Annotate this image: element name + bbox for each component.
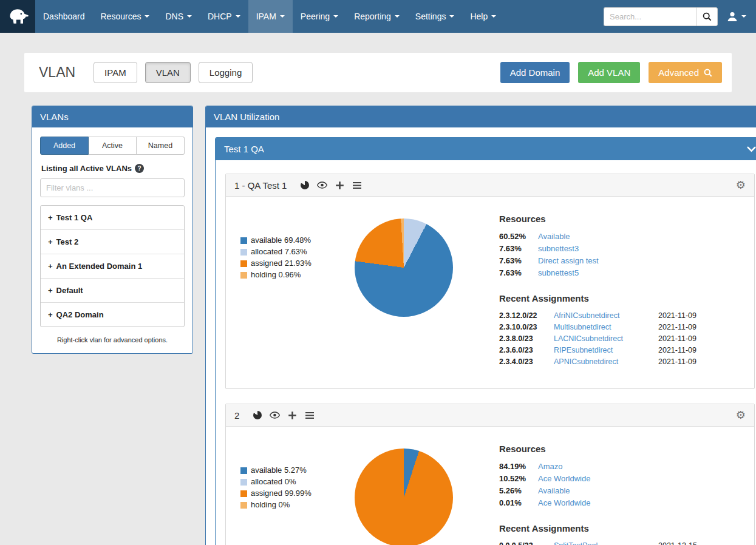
vlan-list-item-extended-domain-1[interactable]: +An Extended Domain 1 <box>41 254 184 279</box>
section-title: 2 <box>234 410 239 421</box>
menu-icon[interactable] <box>352 181 362 189</box>
nav-help[interactable]: Help <box>462 0 504 33</box>
resources-heading: Resources <box>499 444 742 454</box>
nav-label: Dashboard <box>43 0 85 33</box>
tab-vlan[interactable]: VLAN <box>145 62 191 83</box>
nav-dashboard[interactable]: Dashboard <box>35 0 93 33</box>
caret-down-icon <box>280 15 285 18</box>
chevron-down-icon[interactable] <box>747 146 756 152</box>
resource-row: 60.52%Available <box>499 232 742 241</box>
legend-item-assigned: assigned 21.93% <box>240 259 355 268</box>
caret-down-icon <box>333 15 338 18</box>
section-header: 2 ⚙ <box>226 404 754 427</box>
toggle-named[interactable]: Named <box>137 137 185 155</box>
nav-label: Reporting <box>354 0 391 33</box>
resource-percent: 7.63% <box>499 268 538 277</box>
vlan-utilization-header: VLAN Utilization <box>206 106 756 127</box>
section-title: 1 - QA Test 1 <box>234 180 287 191</box>
assignment-date: 2021-11-09 <box>658 311 707 320</box>
vlan-name: Test 2 <box>56 237 79 246</box>
caret-down-icon <box>145 15 149 18</box>
nav-ipam[interactable]: IPAM <box>248 0 293 33</box>
assignment-date: 2021-11-09 <box>658 357 707 366</box>
legend-item-allocated: allocated 0% <box>240 477 355 487</box>
caret-down-icon <box>741 15 746 18</box>
assignment-link[interactable]: SplitTestPool <box>554 541 598 545</box>
domain-title: Test 1 QA <box>224 144 264 154</box>
toggle-added[interactable]: Added <box>40 137 89 155</box>
advanced-button[interactable]: Advanced <box>649 62 722 83</box>
resource-link[interactable]: Available <box>538 232 570 241</box>
resource-percent: 60.52% <box>499 232 538 241</box>
vlan-section-2: 2 ⚙ available 5.27% allocated 0% assi <box>225 404 755 545</box>
menu-icon[interactable] <box>305 411 315 419</box>
pie-chart-icon[interactable] <box>253 411 262 419</box>
assignment-link[interactable]: RIPEsubnetdirect <box>554 346 613 354</box>
resource-link[interactable]: Direct assign test <box>538 256 599 265</box>
resource-link[interactable]: Ace Worldwide <box>538 498 590 507</box>
nav-dhcp[interactable]: DHCP <box>200 0 248 33</box>
resource-percent: 84.19% <box>499 462 538 471</box>
add-domain-button[interactable]: Add Domain <box>500 62 570 83</box>
search-input[interactable] <box>604 7 696 26</box>
vlan-list-item-default[interactable]: +Default <box>41 279 184 303</box>
vlan-list-item-qa2-domain[interactable]: +QA2 Domain <box>41 303 184 327</box>
nav-dns[interactable]: DNS <box>157 0 200 33</box>
nav-settings[interactable]: Settings <box>407 0 463 33</box>
assignment-link[interactable]: AfriNICsubnetdirect <box>554 311 619 320</box>
resource-percent: 7.63% <box>499 256 538 265</box>
vlan-list-item-test2[interactable]: +Test 2 <box>41 230 184 254</box>
help-icon[interactable]: ? <box>135 164 144 173</box>
nav-reporting[interactable]: Reporting <box>346 0 407 33</box>
nav-resources[interactable]: Resources <box>93 0 158 33</box>
nav-label: IPAM <box>256 0 276 33</box>
vlan-filter-input[interactable] <box>40 178 185 197</box>
expand-icon: + <box>48 286 53 295</box>
add-vlan-button[interactable]: Add VLAN <box>578 62 640 83</box>
assignment-link[interactable]: APNICsubnetdirect <box>554 357 618 366</box>
legend-swatch <box>240 237 247 244</box>
tab-logging[interactable]: Logging <box>199 62 253 83</box>
gear-icon[interactable]: ⚙ <box>736 410 746 421</box>
resource-row: 7.63%Direct assign test <box>499 256 742 265</box>
elephant-icon <box>5 4 30 29</box>
listing-text: Listing all Active VLANs <box>41 164 132 173</box>
assignment-link[interactable]: LACNICsubnetdirect <box>554 334 623 343</box>
expand-icon: + <box>48 237 53 246</box>
user-menu[interactable] <box>718 0 756 33</box>
legend-swatch <box>240 502 247 509</box>
nav-peering[interactable]: Peering <box>293 0 346 33</box>
resource-link[interactable]: Ace Worldwide <box>538 474 590 483</box>
eye-icon[interactable] <box>317 181 327 189</box>
plus-icon[interactable] <box>335 181 344 190</box>
listing-label: Listing all Active VLANs ? <box>41 164 185 173</box>
legend-label: assigned 21.93% <box>251 259 312 268</box>
tab-ipam[interactable]: IPAM <box>94 62 137 83</box>
eye-icon[interactable] <box>270 411 280 419</box>
resource-link[interactable]: Amazo <box>538 462 562 471</box>
nav-label: Settings <box>415 0 446 33</box>
assignment-row: 2.3.12.0/22AfriNICsubnetdirect2021-11-09 <box>499 311 742 320</box>
vlan-list-item-test1qa[interactable]: +Test 1 QA <box>41 206 184 230</box>
assignment-date: 2021-11-09 <box>658 346 707 354</box>
gear-icon[interactable]: ⚙ <box>736 180 746 191</box>
resource-link[interactable]: Available <box>538 486 570 495</box>
legend-item-allocated: allocated 7.63% <box>240 247 355 257</box>
page-header: VLAN IPAM VLAN Logging Add Domain Add VL… <box>24 53 732 92</box>
search-icon <box>703 12 712 21</box>
domain-header-test1qa[interactable]: Test 1 QA <box>216 138 756 160</box>
plus-icon[interactable] <box>288 411 297 420</box>
resources-heading: Resources <box>499 214 742 224</box>
search-button[interactable] <box>696 7 718 26</box>
pie-chart-icon[interactable] <box>301 181 309 189</box>
expand-icon: + <box>48 262 53 271</box>
resources-column: Resources 60.52%Available 7.63%subnettes… <box>499 214 742 369</box>
assignment-link[interactable]: Multisubnetdirect <box>554 323 611 331</box>
resource-link[interactable]: subnettest5 <box>538 268 579 277</box>
assignment-cidr: 0.0.0.5/32 <box>499 541 554 545</box>
caret-down-icon <box>187 15 192 18</box>
resource-link[interactable]: subnettest3 <box>538 244 579 253</box>
brand-logo[interactable] <box>0 0 35 33</box>
section-body: available 69.48% allocated 7.63% assigne… <box>226 197 754 388</box>
toggle-active[interactable]: Active <box>89 137 137 155</box>
